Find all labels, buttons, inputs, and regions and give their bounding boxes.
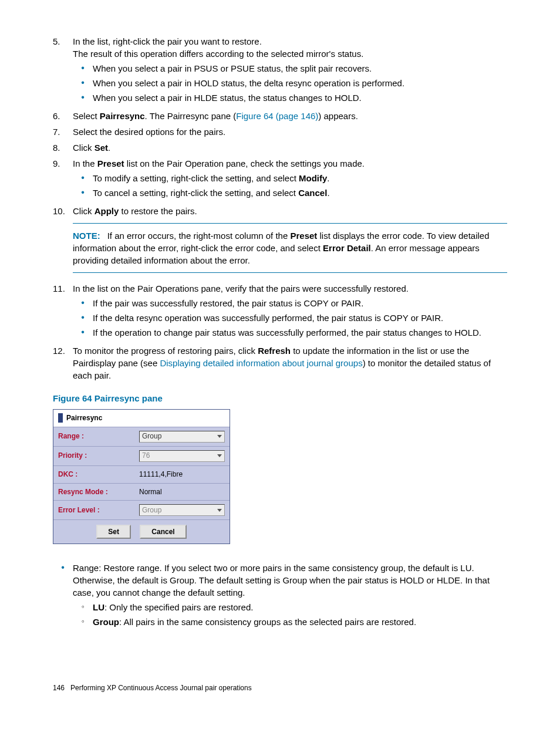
resync-mode-value: Normal [134, 483, 230, 501]
error-level-label: Error Level : [53, 501, 134, 520]
range-options: LU: Only the specified pairs are restore… [73, 601, 507, 628]
resync-mode-label: Resync Mode : [53, 483, 134, 501]
page-number: 146 [53, 684, 65, 692]
bullet-text: If the operation to change pair status w… [93, 326, 507, 339]
priority-dropdown[interactable]: 76 [139, 450, 225, 462]
set-button[interactable]: Set [96, 525, 131, 539]
bullet-text: When you select a pair in HLDE status, t… [93, 92, 507, 104]
sub-list: If the pair was successfully restored, t… [73, 297, 507, 339]
figure-link[interactable]: Figure 64 (page 146) [236, 111, 318, 121]
cancel-button[interactable]: Cancel [140, 525, 186, 539]
figure-caption: Figure 64 Pairresync pane [53, 392, 507, 404]
range-description-list: Range: Restore range. If you select two … [53, 562, 507, 630]
chevron-down-icon [217, 509, 222, 512]
dialog-title: Pairresync [66, 413, 102, 423]
range-label: Range : [53, 427, 134, 447]
bullet-text: If the pair was successfully restored, t… [93, 297, 507, 309]
step-text: The result of this operation differs acc… [73, 48, 507, 60]
dkc-value: 11111,4,Fibre [134, 465, 230, 483]
sub-list: When you select a pair in PSUS or PSUE s… [73, 62, 507, 104]
step-6: 6. Select Pairresync. The Pairresync pan… [53, 110, 507, 122]
step-text: In the list, right-click the pair you wa… [73, 35, 507, 48]
step-number: 5. [53, 35, 73, 106]
step-number: 12. [53, 345, 73, 382]
step-number: 10. [53, 205, 73, 279]
dialog-fields: Range : Group Priority : 76 DKC : 11111,… [53, 427, 230, 521]
step-number: 6. [53, 110, 73, 122]
step-7: 7. Select the desired options for the pa… [53, 126, 507, 138]
step-text: In the list on the Pair Operations pane,… [73, 282, 507, 295]
step-10: 10. Click Apply to restore the pairs. NO… [53, 205, 507, 279]
error-level-dropdown[interactable]: Group [139, 504, 225, 516]
range-dropdown[interactable]: Group [139, 431, 225, 443]
page-footer: 146 Performing XP Continuous Access Jour… [53, 683, 507, 693]
step-5: 5. In the list, right-click the pair you… [53, 35, 507, 106]
step-number: 8. [53, 141, 73, 154]
bullet-text: If the delta resync operation was succes… [93, 312, 507, 324]
dkc-label: DKC : [53, 465, 134, 483]
step-11: 11. In the list on the Pair Operations p… [53, 282, 507, 341]
step-number: 9. [53, 157, 73, 201]
journal-link[interactable]: Displaying detailed information about jo… [160, 358, 362, 368]
step-9: 9. In the Preset list on the Pair Operat… [53, 157, 507, 201]
chevron-down-icon [217, 435, 222, 438]
priority-label: Priority : [53, 446, 134, 465]
bullet-text: When you select a pair in HOLD status, t… [93, 77, 507, 89]
chapter-title: Performing XP Continuous Access Journal … [70, 684, 252, 692]
bullet-text: When you select a pair in PSUS or PSUE s… [93, 62, 507, 75]
note-label: NOTE: [73, 231, 100, 241]
title-accent-icon [58, 413, 63, 423]
sub-list: To modify a setting, right-click the set… [73, 172, 507, 199]
steps-list: 5. In the list, right-click the pair you… [53, 35, 507, 382]
page-content: 5. In the list, right-click the pair you… [53, 35, 507, 630]
step-number: 11. [53, 282, 73, 341]
dialog-buttons: Set Cancel [53, 520, 230, 544]
range-description: Range: Restore range. If you select two … [73, 562, 507, 599]
step-number: 7. [53, 126, 73, 138]
pairresync-dialog: Pairresync Range : Group Priority : 76 D… [53, 409, 230, 544]
dialog-titlebar: Pairresync [53, 410, 230, 427]
step-8: 8. Click Set. [53, 141, 507, 154]
step-text: Select the desired options for the pairs… [73, 126, 507, 138]
step-12: 12. To monitor the progress of restoring… [53, 345, 507, 382]
chevron-down-icon [217, 454, 222, 457]
note-block: NOTE:If an error occurs, the right-most … [73, 223, 507, 273]
